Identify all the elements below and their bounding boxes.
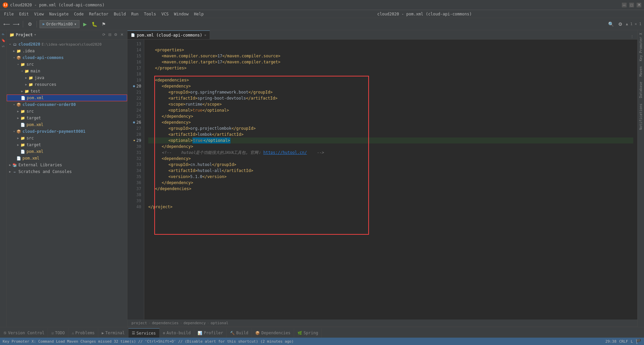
code-line-37: </dependencies> (148, 186, 633, 192)
project-folder-icon: 🗂 (12, 42, 17, 47)
menu-tools[interactable]: Tools (141, 11, 159, 17)
tree-item-src3[interactable]: ▶ 📁 src (7, 135, 127, 141)
xml-file-icon-pom1: 📄 (20, 95, 26, 101)
toolbar-forward-btn[interactable]: ⟶ (12, 20, 20, 28)
search-everywhere-btn[interactable]: 🔍 (607, 20, 615, 28)
project-icon[interactable]: P (1, 32, 6, 37)
right-panel-key-promoter[interactable]: Key Promoter X (638, 32, 643, 62)
structure-icon[interactable]: S (1, 44, 6, 49)
menu-build[interactable]: Build (111, 11, 128, 17)
tree-item-cloud-provider-payment8001[interactable]: ▾ 📦 cloud-provider-payment8001 (7, 128, 127, 135)
run-button[interactable]: ▶ (81, 20, 89, 28)
tab-file-icon: 📄 (131, 33, 135, 37)
toolbar-settings-btn[interactable]: ⚙ (26, 20, 34, 28)
menu-view[interactable]: View (32, 11, 47, 17)
code-line-21: <groupId>org.springframework.boot</group… (148, 89, 633, 95)
code-line-18 (148, 71, 633, 77)
close-tree-btn[interactable]: ✕ (119, 32, 124, 38)
close-button[interactable]: ✕ (637, 3, 641, 7)
tree-item-target2[interactable]: ▶ 📁 target (7, 115, 127, 121)
tree-item-cloud2020[interactable]: ▾ 🗂 cloud2020 E:\idea-workspace\cloud202… (7, 41, 127, 48)
breadcrumb-project[interactable]: project (131, 321, 147, 325)
tree-item-cloud-consumer-order80[interactable]: ▾ 📦 cloud-consumer-order80 (7, 101, 127, 108)
services-icon: ☰ (132, 331, 135, 335)
test-folder-icon: 📁 (24, 89, 30, 94)
bottom-tab-problems[interactable]: ⚠ Problems (68, 328, 98, 338)
tab-pom-xml[interactable]: 📄 pom.xml (cloud-api-commons) ✕ (127, 31, 210, 39)
menu-code[interactable]: Code (71, 11, 87, 17)
resources-folder-icon: 📁 (28, 82, 34, 87)
target-folder-icon3: 📁 (20, 142, 25, 148)
tree-item-external-libs[interactable]: ▶ 📚 External Libraries (7, 162, 127, 168)
tree-item-src2[interactable]: ▶ 📁 src (7, 108, 127, 115)
collapse-all-btn[interactable]: ⊟ (107, 32, 112, 38)
bottom-tab-label-problems: Problems (75, 331, 95, 335)
breadcrumb-optional[interactable]: optional (211, 321, 228, 325)
menu-help[interactable]: Help (191, 11, 206, 17)
code-line-39 (148, 198, 633, 204)
minimize-button[interactable]: ─ (622, 3, 627, 7)
tab-close-btn[interactable]: ✕ (204, 33, 206, 37)
menu-file[interactable]: File (1, 11, 16, 17)
code-line-36: </dependency> (148, 180, 633, 186)
bottom-tab-profiler[interactable]: 📊 Profiler (194, 328, 227, 338)
menu-window[interactable]: Window (171, 11, 191, 17)
bottom-tab-dependencies[interactable]: 📦 Dependencies (252, 328, 294, 338)
tree-item-target3[interactable]: ▶ 📁 target (7, 141, 127, 148)
right-panel-notifications[interactable]: Notifications (638, 102, 643, 131)
title-bar-left: IJ cloud2020 - pom.xml (cloud-api-common… (3, 2, 105, 8)
settings-btn[interactable]: ⚙ (616, 20, 625, 28)
tree-item-pom2[interactable]: 📄 pom.xml (7, 121, 127, 128)
cursor-position[interactable]: 29:38 (605, 339, 616, 344)
tree-item-src1[interactable]: ▾ 📁 src (7, 61, 127, 68)
sync-tree-btn[interactable]: ⟳ (101, 32, 106, 38)
run-config-selector[interactable]: ▶ OrderMain80 ▾ (40, 20, 79, 28)
bottom-tab-version-control[interactable]: ⑤ Version Control (0, 328, 48, 338)
breadcrumb-dependencies[interactable]: dependencies (152, 321, 178, 325)
tree-item-idea[interactable]: ▶ 📁 .idea (7, 48, 127, 54)
bottom-tab-terminal[interactable]: ▶ Terminal (98, 328, 128, 338)
tree-item-test1[interactable]: ▶ 📁 test (7, 88, 127, 95)
tree-item-pom1[interactable]: 📄 pom.xml (7, 95, 127, 101)
bottom-tab-services[interactable]: ☰ Services (128, 328, 160, 338)
status-right: 29:38 CRLF L 🏴 (605, 339, 641, 344)
code-content[interactable]: <properties> <maven.compiler.source>17</… (144, 40, 637, 320)
encoding[interactable]: L (631, 339, 633, 344)
tree-item-main1[interactable]: ▾ 📁 main (7, 68, 127, 74)
menu-navigate[interactable]: Navigate (47, 11, 71, 17)
editor-menu-btn[interactable]: ⋮ (629, 34, 635, 39)
bookmark-icon[interactable]: 🔖 (1, 38, 6, 43)
bottom-tab-auto-build[interactable]: ⚙ Auto-build (160, 328, 195, 338)
menu-run[interactable]: Run (128, 11, 141, 17)
settings-tree-btn[interactable]: ⚙ (113, 32, 118, 38)
file-tree-title: 📁 Project ▾ (9, 33, 36, 37)
breadcrumb-dependency[interactable]: dependency (183, 321, 206, 325)
maximize-button[interactable]: □ (629, 3, 634, 7)
tree-item-pom-root[interactable]: 📄 pom.xml (7, 155, 127, 162)
menu-vcs[interactable]: VCS (159, 11, 171, 17)
code-line-30: </dependency> (148, 143, 633, 150)
line-num-31: 31 (127, 150, 141, 156)
tree-item-resources1[interactable]: ▶ 📁 resources (7, 81, 127, 88)
line-ending[interactable]: CRLF (619, 339, 628, 344)
bottom-tab-todo[interactable]: ☑ TODO (48, 328, 68, 338)
tree-item-pom3[interactable]: 📄 pom.xml (7, 148, 127, 155)
tree-item-java1[interactable]: ▶ 📁 java (7, 74, 127, 81)
code-line-17: </properties> (148, 65, 633, 71)
tree-item-cloud-api-commons[interactable]: ▾ 📦 cloud-api-commons (7, 54, 127, 61)
line-num-36: 36 (127, 180, 141, 186)
menu-edit[interactable]: Edit (16, 11, 32, 17)
right-panel-database[interactable]: Database (638, 80, 643, 99)
bottom-tab-build[interactable]: 🔨 Build (227, 328, 252, 338)
debug-button[interactable]: 🐛 (90, 20, 98, 28)
line-num-17: 17 (127, 65, 141, 71)
tree-arrow-cloud2020: ▾ (8, 43, 12, 46)
toolbar-back-btn[interactable]: ⟵ (3, 20, 11, 28)
tree-item-scratches[interactable]: ▶ ✏ Scratches and Consoles (7, 168, 127, 175)
line-num-38: 38 (127, 192, 141, 198)
right-panel-maven[interactable]: Maven (638, 65, 643, 78)
menu-refactor[interactable]: Refactor (86, 11, 111, 17)
code-line-40: </project> (148, 204, 633, 210)
bottom-tab-spring[interactable]: 🌿 Spring (294, 328, 322, 338)
coverage-button[interactable]: ⚑ (100, 20, 108, 28)
